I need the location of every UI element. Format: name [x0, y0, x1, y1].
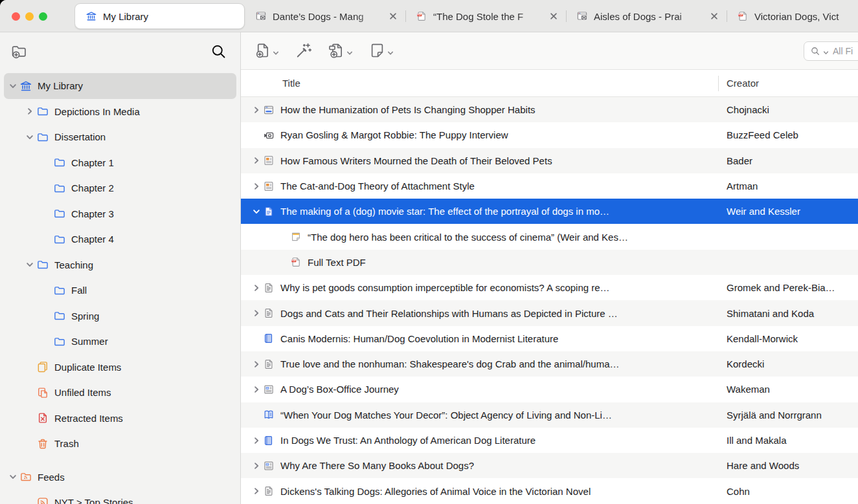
chevron-down-icon[interactable]: [9, 82, 19, 90]
sidebar-item-feeds[interactable]: Feeds: [4, 465, 236, 490]
minimize-window-button[interactable]: [25, 12, 34, 21]
sidebar-item-chapter-4[interactable]: Chapter 4: [4, 226, 236, 252]
chevron-right-icon[interactable]: [253, 182, 263, 190]
zoom-window-button[interactable]: [39, 12, 47, 21]
new-item-button[interactable]: [254, 42, 279, 60]
twisty[interactable]: [253, 131, 263, 139]
new-collection-button[interactable]: [10, 43, 28, 60]
table-row[interactable]: A Dog’s Box-Office Journey Wakeman: [241, 377, 858, 402]
chevron-right-icon[interactable]: [26, 107, 36, 115]
twisty[interactable]: [253, 334, 263, 342]
twisty[interactable]: [43, 338, 53, 345]
sidebar-item-dissertation[interactable]: Dissertation: [4, 124, 236, 150]
table-row[interactable]: True love and the nonhuman: Shakespeare'…: [241, 351, 858, 377]
twisty[interactable]: [26, 440, 36, 448]
tab-my-library[interactable]: My Library: [74, 3, 245, 29]
twisty[interactable]: [26, 389, 36, 397]
sidebar-item-duplicate-items[interactable]: Duplicate Items: [4, 355, 236, 380]
sidebar-item-fall[interactable]: Fall: [4, 278, 236, 303]
new-attachment-button[interactable]: [328, 42, 353, 60]
tab-dante-s-dogs-mang[interactable]: Dante’s Dogs - Mang: [245, 0, 405, 32]
chevron-down-icon[interactable]: [26, 133, 36, 141]
chevron-right-icon[interactable]: [253, 386, 263, 393]
table-row[interactable]: In Dogs We Trust: An Anthology of Americ…: [241, 428, 858, 453]
svg-text:PDF: PDF: [738, 14, 743, 16]
new-note-button[interactable]: [368, 42, 394, 60]
search-input[interactable]: [831, 45, 858, 57]
sidebar-item-nyt-top-stories[interactable]: NYT > Top Stories: [4, 490, 236, 504]
table-row[interactable]: Dogs and Cats and Their Relationships wi…: [241, 300, 858, 325]
twisty[interactable]: [43, 312, 53, 320]
twisty[interactable]: [43, 184, 53, 192]
chevron-right-icon[interactable]: [253, 284, 263, 292]
table-row[interactable]: How the Humanization of Pets Is Changing…: [241, 97, 858, 122]
twisty[interactable]: [43, 236, 53, 243]
chevron-right-icon[interactable]: [253, 106, 263, 114]
twisty[interactable]: [26, 499, 36, 504]
column-header-creator[interactable]: Creator: [727, 78, 759, 89]
tab-victorian-dogs-vict[interactable]: PDF Victorian Dogs, Vict: [727, 0, 858, 32]
sidebar-item-retracted-items[interactable]: Retracted Items: [4, 406, 236, 432]
chevron-right-icon[interactable]: [253, 157, 263, 164]
item-creator: Gromek and Perek-Bia…: [727, 282, 854, 293]
chevron-right-icon[interactable]: [253, 462, 263, 470]
table-row[interactable]: The Cat-and-Dog Theory of Attachment Sty…: [241, 173, 858, 199]
tab-close-icon[interactable]: [710, 12, 719, 21]
search-field[interactable]: [804, 41, 858, 61]
table-row[interactable]: Why is pet goods consumption imperceptib…: [241, 275, 858, 300]
tab-the-dog-stole-the-f[interactable]: PDF “The Dog Stole the F: [405, 0, 566, 32]
table-row[interactable]: Ryan Gosling & Margot Robbie: The Puppy …: [241, 122, 858, 148]
chevron-right-icon[interactable]: [253, 309, 263, 317]
sidebar-item-my-library[interactable]: My Library: [4, 73, 236, 99]
chevron-down-icon[interactable]: [823, 50, 829, 56]
sidebar-item-trash[interactable]: Trash: [4, 431, 236, 457]
chevron-down-icon[interactable]: [346, 50, 353, 56]
sidebar-item-depictions-in-media[interactable]: Depictions In Media: [4, 99, 236, 125]
tab-close-icon[interactable]: [549, 12, 558, 21]
collections-search-button[interactable]: [210, 43, 227, 60]
table-row[interactable]: Dickens's Talking Dogs: Allegories of An…: [241, 478, 858, 503]
twisty[interactable]: [43, 287, 53, 294]
chevron-right-icon[interactable]: [253, 437, 263, 444]
twisty[interactable]: [280, 258, 290, 266]
table-row[interactable]: Why Are There So Many Books About Dogs? …: [241, 453, 858, 478]
table-row[interactable]: How Famous Writers Mourned the Death of …: [241, 148, 858, 173]
pdf-icon: PDF: [737, 10, 749, 22]
item-title: Canis Modernis: Human/Dog Coevolution in…: [280, 333, 558, 344]
chevron-down-icon[interactable]: [26, 261, 36, 268]
add-by-identifier-button[interactable]: [295, 42, 312, 60]
chevron-right-icon[interactable]: [253, 487, 263, 495]
close-window-button[interactable]: [12, 12, 20, 21]
column-divider[interactable]: [718, 76, 719, 91]
column-header-title[interactable]: Title: [241, 78, 300, 89]
journal-article-icon: [263, 206, 275, 217]
chevron-down-icon[interactable]: [387, 50, 394, 56]
twisty[interactable]: [280, 233, 290, 241]
sidebar-item-spring[interactable]: Spring: [4, 303, 236, 329]
twisty[interactable]: [43, 159, 53, 166]
chevron-down-icon[interactable]: [273, 50, 279, 56]
sidebar-item-chapter-1[interactable]: Chapter 1: [4, 150, 236, 176]
twisty[interactable]: [253, 411, 263, 419]
table-row[interactable]: PDF Full Text PDF: [241, 250, 858, 275]
tab-aisles-of-dogs-prai[interactable]: Aisles of Dogs - Prai: [566, 0, 727, 32]
chevron-down-icon[interactable]: [9, 473, 19, 481]
twisty[interactable]: [43, 210, 53, 217]
sidebar-item-chapter-2[interactable]: Chapter 2: [4, 175, 236, 201]
twisty[interactable]: [26, 414, 36, 422]
sidebar-item-chapter-3[interactable]: Chapter 3: [4, 201, 236, 227]
table-row[interactable]: “The dog hero has been critical to the s…: [241, 224, 858, 249]
pdf-icon: PDF: [416, 10, 427, 22]
chevron-right-icon[interactable]: [253, 360, 263, 368]
sidebar-item-unfiled-items[interactable]: Unfiled Items: [4, 380, 236, 406]
book-section-icon: [263, 409, 275, 421]
sidebar-item-summer[interactable]: Summer: [4, 329, 236, 355]
twisty[interactable]: [26, 363, 36, 371]
table-row[interactable]: “When Your Dog Matches Your Decor”: Obje…: [241, 402, 858, 428]
table-row[interactable]: Canis Modernis: Human/Dog Coevolution in…: [241, 326, 858, 351]
chevron-down-icon[interactable]: [253, 208, 263, 215]
table-row[interactable]: The making of a (dog) movie star: The ef…: [241, 199, 858, 224]
tab-close-icon[interactable]: [389, 12, 398, 21]
tab-label: Dante’s Dogs - Mang: [273, 11, 383, 22]
sidebar-item-teaching[interactable]: Teaching: [4, 252, 236, 278]
